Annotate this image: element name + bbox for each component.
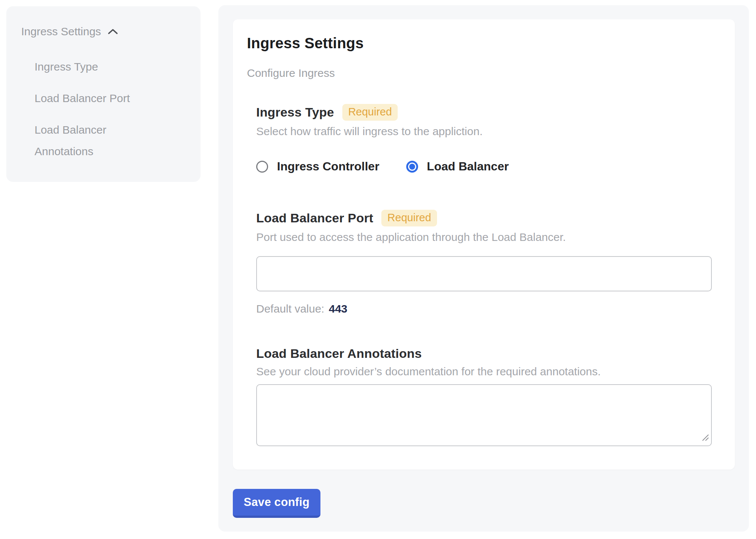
sidebar-section-label: Ingress Settings [21, 25, 101, 38]
settings-card: Ingress Settings Configure Ingress Ingre… [233, 19, 735, 470]
field-load-balancer-port: Load Balancer Port Required Port used to… [256, 210, 566, 244]
radio-ingress-controller-label: Ingress Controller [277, 160, 379, 173]
ingress-type-description: Select how traffic will ingress to the a… [256, 125, 483, 138]
load-balancer-annotations-textarea[interactable] [256, 384, 712, 446]
radio-unselected-icon[interactable] [256, 161, 268, 173]
radio-ingress-controller[interactable]: Ingress Controller [256, 160, 379, 173]
page-title: Ingress Settings [247, 35, 364, 52]
ingress-type-label: Ingress Type [256, 105, 334, 120]
required-badge: Required [342, 104, 398, 121]
default-value-label: Default value: [256, 303, 324, 315]
sidebar-section-ingress-settings[interactable]: Ingress Settings [21, 24, 201, 39]
default-value: 443 [329, 303, 347, 315]
required-badge: Required [381, 210, 437, 226]
field-ingress-type: Ingress Type Required Select how traffic… [256, 104, 483, 138]
load-balancer-annotations-description: See your cloud provider’s documentation … [256, 365, 601, 378]
radio-load-balancer[interactable]: Load Balancer [406, 160, 509, 173]
sidebar-item-load-balancer-annotations[interactable]: Load Balancer Annotations [35, 119, 153, 162]
field-load-balancer-annotations: Load Balancer Annotations See your cloud… [256, 346, 601, 378]
sidebar-item-ingress-type[interactable]: Ingress Type [35, 56, 153, 78]
load-balancer-annotations-field [256, 384, 712, 446]
load-balancer-annotations-label: Load Balancer Annotations [256, 346, 422, 361]
ingress-type-radio-group: Ingress Controller Load Balancer [256, 160, 509, 173]
sidebar-nav-items: Ingress Type Load Balancer Port Load Bal… [35, 56, 153, 162]
default-value-row: Default value: 443 [256, 303, 348, 315]
save-config-button[interactable]: Save config [233, 489, 320, 518]
radio-load-balancer-label: Load Balancer [427, 160, 509, 173]
main-panel: Ingress Settings Configure Ingress Ingre… [218, 5, 749, 532]
page-subtitle: Configure Ingress [247, 67, 335, 79]
resize-handle-icon[interactable] [701, 433, 709, 443]
load-balancer-port-description: Port used to access the application thro… [256, 231, 566, 244]
sidebar: Ingress Settings Ingress Type Load Balan… [6, 6, 201, 182]
chevron-up-icon[interactable] [107, 28, 119, 35]
load-balancer-port-label: Load Balancer Port [256, 211, 373, 225]
radio-selected-icon[interactable] [406, 161, 418, 173]
load-balancer-port-input[interactable] [256, 256, 712, 291]
sidebar-item-load-balancer-port[interactable]: Load Balancer Port [35, 88, 153, 109]
